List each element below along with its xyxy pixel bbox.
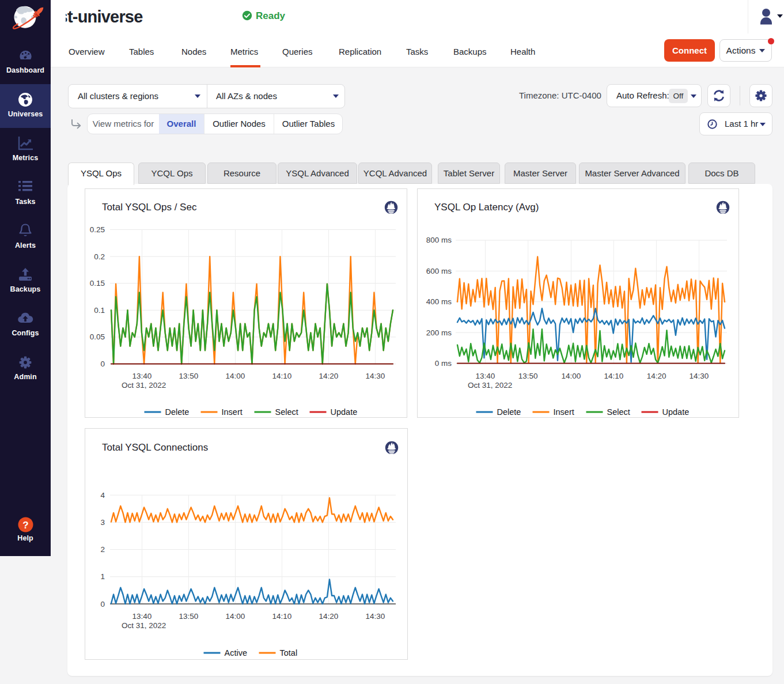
svg-text:14:20: 14:20 [647,372,666,380]
svg-text:0 ms: 0 ms [435,359,452,368]
svg-text:13:40: 13:40 [132,612,152,621]
svg-text:14:30: 14:30 [366,612,385,621]
svg-text:0.1: 0.1 [94,306,105,315]
svg-text:14:00: 14:00 [226,612,245,621]
svg-text:2: 2 [100,545,105,554]
svg-text:13:50: 13:50 [179,372,199,380]
svg-text:Active: Active [225,648,248,657]
svg-text:0.15: 0.15 [90,279,105,288]
svg-text:Total YSQL Connections: Total YSQL Connections [102,442,208,453]
svg-text:14:20: 14:20 [319,612,339,621]
svg-text:Select: Select [607,407,630,417]
svg-text:13:50: 13:50 [518,372,538,380]
svg-text:14:30: 14:30 [690,372,709,380]
svg-text:0.2: 0.2 [94,252,105,261]
svg-text:Delete: Delete [497,407,521,417]
svg-text:200 ms: 200 ms [426,328,452,337]
svg-text:14:10: 14:10 [272,372,292,380]
svg-text:600 ms: 600 ms [426,267,452,275]
svg-text:Total YSQL Ops / Sec: Total YSQL Ops / Sec [102,202,197,213]
svg-text:14:10: 14:10 [272,612,292,621]
svg-text:4: 4 [100,491,105,500]
svg-text:13:40: 13:40 [132,372,152,380]
svg-text:14:00: 14:00 [226,372,245,380]
svg-text:800 ms: 800 ms [426,236,452,244]
svg-text:13:40: 13:40 [476,372,495,380]
svg-text:0: 0 [100,600,105,609]
svg-text:3: 3 [100,518,105,527]
svg-text:YSQL Op Latency (Avg): YSQL Op Latency (Avg) [434,202,539,213]
svg-text:400 ms: 400 ms [426,297,452,306]
svg-text:14:10: 14:10 [604,372,623,380]
svg-text:Update: Update [331,407,358,417]
svg-text:1: 1 [100,572,105,581]
svg-text:14:30: 14:30 [366,372,385,380]
svg-text:13:50: 13:50 [179,612,199,621]
svg-text:Total: Total [280,648,298,657]
svg-text:Oct 31, 2022: Oct 31, 2022 [122,621,166,630]
svg-text:Select: Select [275,407,298,417]
svg-text:Oct 31, 2022: Oct 31, 2022 [468,381,512,390]
svg-text:Oct 31, 2022: Oct 31, 2022 [122,381,166,390]
svg-text:Insert: Insert [554,407,574,417]
svg-text:?: ? [22,520,28,531]
svg-text:Insert: Insert [222,407,243,417]
svg-text:Update: Update [662,407,690,417]
svg-text:Delete: Delete [165,407,190,417]
svg-text:0.05: 0.05 [90,332,105,341]
svg-text:14:20: 14:20 [319,372,339,380]
svg-text:0: 0 [100,360,105,368]
svg-text:0.25: 0.25 [90,225,105,234]
svg-text:14:00: 14:00 [562,372,581,380]
